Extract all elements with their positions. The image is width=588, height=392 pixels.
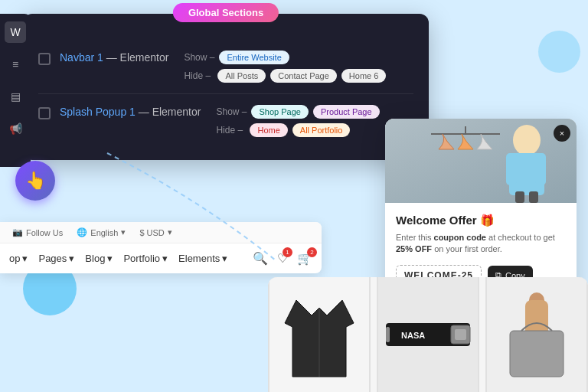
svg-rect-6 bbox=[515, 191, 524, 203]
svg-rect-5 bbox=[535, 153, 546, 185]
tag-all-posts[interactable]: All Posts bbox=[217, 69, 266, 83]
tag-contact-page[interactable]: Contact Page bbox=[270, 69, 337, 83]
svg-rect-13 bbox=[386, 327, 390, 342]
belt-svg: NASA bbox=[377, 277, 479, 392]
nav-link-portfolio[interactable]: Portfolio ▾ bbox=[123, 253, 168, 264]
globe-icon: 🌐 bbox=[77, 227, 87, 237]
floating-action-button[interactable]: 👆 bbox=[15, 161, 55, 201]
popup-checkbox[interactable] bbox=[38, 107, 51, 119]
tag-home6[interactable]: Home 6 bbox=[341, 69, 387, 83]
currency-item[interactable]: $ USD ▾ bbox=[139, 227, 172, 237]
sidebar-icon-chart[interactable]: ▤ bbox=[5, 86, 26, 107]
navbar-main: op ▾ Pages ▾ Blog ▾ Portfolio ▾ Elements… bbox=[0, 243, 322, 273]
search-icon[interactable]: 🔍 bbox=[253, 251, 268, 266]
tag-shop-page[interactable]: Shop Page bbox=[251, 105, 308, 119]
svg-rect-7 bbox=[529, 191, 538, 203]
nav-icons-group: 🔍 ♡ 1 🛒 2 bbox=[253, 251, 312, 266]
tag-home[interactable]: Home bbox=[250, 123, 287, 137]
nav-link-elements[interactable]: Elements ▾ bbox=[178, 253, 227, 264]
chevron-down-icon: ▾ bbox=[121, 227, 126, 237]
follow-us-label: Follow Us bbox=[26, 228, 63, 237]
nav-chevron-blog: ▾ bbox=[107, 253, 113, 264]
product-thumb-bag[interactable] bbox=[485, 277, 588, 392]
currency-chevron-icon: ▾ bbox=[168, 227, 172, 237]
svg-point-2 bbox=[513, 125, 541, 155]
jacket-svg bbox=[268, 277, 371, 392]
popup-card: × bbox=[385, 119, 577, 296]
popup-image bbox=[385, 119, 577, 203]
tag-entire-website[interactable]: Entire Website bbox=[219, 51, 289, 64]
navbar-top-bar: 📷 Follow Us 🌐 English ▾ $ USD ▾ bbox=[0, 222, 322, 243]
card-body: Navbar 1 — Elementor Show – Entire Websi… bbox=[23, 31, 429, 148]
navbar-conditions: Show – Entire Website Hide – All Posts C… bbox=[184, 51, 413, 83]
tag-all-portfolio[interactable]: All Portfolio bbox=[292, 123, 351, 137]
navbar-title-block: Navbar 1 — Elementor bbox=[60, 51, 168, 64]
instagram-icon: 📷 bbox=[12, 227, 23, 237]
svg-rect-1 bbox=[385, 119, 577, 203]
discount-highlight: 25% OFF bbox=[396, 244, 432, 253]
language-item[interactable]: 🌐 English ▾ bbox=[77, 227, 126, 237]
popup-row: Splash Popup 1 — Elementor Show – Shop P… bbox=[38, 94, 413, 148]
tag-product-page[interactable]: Product Page bbox=[313, 105, 380, 119]
sidebar-icon-wp[interactable]: W bbox=[5, 21, 26, 43]
navbar-separator: — Elementor bbox=[103, 51, 169, 64]
sidebar-icon-menu[interactable]: ≡ bbox=[5, 54, 26, 75]
nav-chevron-elements: ▾ bbox=[222, 253, 227, 264]
navbar-hide-row: Hide – All Posts Contact Page Home 6 bbox=[184, 69, 413, 83]
svg-rect-4 bbox=[506, 153, 517, 185]
popup-separator: — Elementor bbox=[136, 106, 201, 118]
popup-image-svg bbox=[385, 119, 577, 203]
popup-close-button[interactable]: × bbox=[554, 125, 570, 142]
coupon-highlight: coupon code bbox=[434, 233, 486, 242]
nav-chevron-op: ▾ bbox=[22, 253, 28, 264]
svg-rect-20 bbox=[510, 331, 564, 377]
bag-svg bbox=[485, 277, 588, 392]
nav-chevron-portfolio: ▾ bbox=[162, 253, 168, 264]
popup-title-text: Welcome Offer 🎁 bbox=[396, 214, 566, 227]
navbar-hide-label: Hide – bbox=[184, 70, 213, 81]
global-sections-card: Global Sections Navbar 1 — Elementor Sho… bbox=[23, 14, 429, 160]
wishlist-badge: 1 bbox=[283, 247, 292, 257]
navbar-preview: 📷 Follow Us 🌐 English ▾ $ USD ▾ op ▾ Pag… bbox=[0, 222, 322, 273]
cart-icon[interactable]: 🛒 2 bbox=[297, 251, 312, 266]
navbar-checkbox[interactable] bbox=[38, 53, 51, 65]
navbar-row: Navbar 1 — Elementor Show – Entire Websi… bbox=[38, 40, 413, 94]
popup-hide-label: Hide – bbox=[216, 125, 245, 136]
wishlist-icon[interactable]: ♡ 1 bbox=[277, 251, 288, 266]
popup-subtitle-text: Enter this coupon code at checkout to ge… bbox=[396, 232, 566, 256]
navbar-show-label: Show – bbox=[184, 52, 214, 63]
currency-label: $ USD bbox=[139, 228, 164, 237]
popup-title: Splash Popup 1 — Elementor bbox=[60, 106, 201, 118]
popup-title-block: Splash Popup 1 — Elementor bbox=[60, 105, 201, 119]
navbar-show-row: Show – Entire Website bbox=[184, 51, 413, 64]
product-thumb-belt[interactable]: NASA bbox=[377, 277, 479, 392]
language-label: English bbox=[90, 228, 118, 237]
follow-us-item[interactable]: 📷 Follow Us bbox=[12, 227, 63, 237]
global-sections-badge: Global Sections bbox=[173, 3, 279, 22]
svg-text:NASA: NASA bbox=[401, 331, 425, 340]
product-strip: NASA bbox=[268, 277, 588, 392]
popup-hide-row: Hide – Home All Portfolio bbox=[216, 123, 413, 137]
cart-badge: 2 bbox=[307, 247, 317, 257]
floating-btn-icon: 👆 bbox=[25, 171, 46, 191]
navbar-title: Navbar 1 — Elementor bbox=[60, 51, 168, 64]
product-thumb-jacket[interactable] bbox=[268, 277, 371, 392]
sidebar-icon-megaphone[interactable]: 📢 bbox=[5, 118, 26, 139]
popup-conditions: Show – Shop Page Product Page Hide – Hom… bbox=[216, 105, 413, 137]
nav-chevron-pages: ▾ bbox=[69, 253, 74, 264]
svg-rect-15 bbox=[455, 329, 466, 340]
popup-show-label: Show – bbox=[216, 106, 247, 117]
nav-link-pages[interactable]: Pages ▾ bbox=[38, 253, 74, 264]
nav-link-blog[interactable]: Blog ▾ bbox=[85, 253, 113, 264]
decorative-bubble-right bbox=[538, 31, 580, 73]
popup-show-row: Show – Shop Page Product Page bbox=[216, 105, 413, 119]
sidebar: W ≡ ▤ 📢 bbox=[0, 14, 31, 167]
nav-link-op[interactable]: op ▾ bbox=[9, 253, 28, 264]
